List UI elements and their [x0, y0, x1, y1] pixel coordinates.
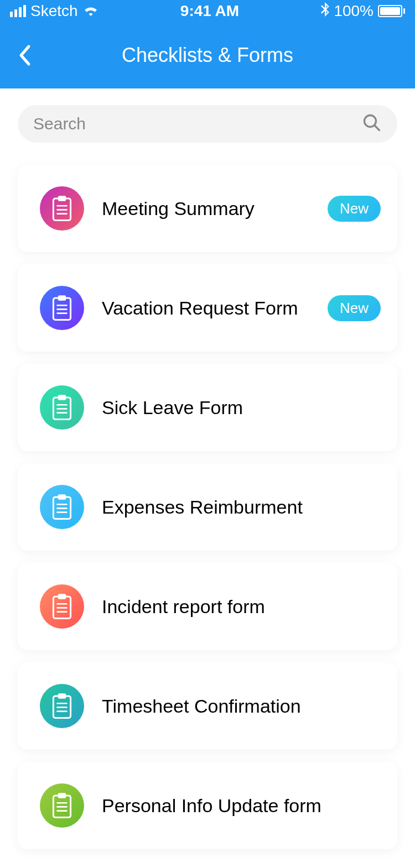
chevron-left-icon: [18, 44, 31, 66]
bluetooth-icon: [320, 2, 329, 20]
list-item[interactable]: Personal Info Update form: [18, 762, 397, 849]
svg-rect-3: [58, 196, 66, 201]
clipboard-icon: [40, 186, 84, 231]
form-list: Meeting SummaryNew Vacation Request Form…: [18, 165, 397, 849]
svg-rect-33: [58, 793, 66, 798]
list-item[interactable]: Incident report form: [18, 563, 397, 650]
search-bar[interactable]: [18, 105, 397, 143]
status-right: 100%: [320, 2, 405, 20]
status-bar: Sketch 9:41 AM 100%: [0, 0, 415, 22]
new-badge: New: [328, 295, 381, 321]
svg-rect-18: [58, 494, 66, 500]
list-item-title: Meeting Summary: [102, 198, 328, 219]
clipboard-icon: [40, 584, 84, 629]
signal-icon: [10, 5, 26, 17]
wifi-icon: [82, 2, 99, 20]
carrier-label: Sketch: [30, 2, 78, 20]
list-item[interactable]: Vacation Request FormNew: [18, 264, 397, 352]
status-left: Sketch: [10, 2, 99, 20]
list-item-title: Personal Info Update form: [102, 795, 381, 817]
clipboard-icon: [40, 286, 84, 330]
clipboard-icon: [40, 684, 84, 728]
list-item-title: Vacation Request Form: [102, 297, 328, 319]
list-item[interactable]: Meeting SummaryNew: [18, 165, 397, 252]
list-item-title: Sick Leave Form: [102, 397, 381, 419]
list-item-title: Incident report form: [102, 596, 381, 618]
content: Meeting SummaryNew Vacation Request Form…: [0, 88, 415, 849]
list-item-title: Expenses Reimburment: [102, 496, 381, 518]
battery-icon: [378, 5, 405, 17]
svg-rect-8: [58, 295, 66, 301]
list-item-title: Timesheet Confirmation: [102, 696, 381, 717]
search-input[interactable]: [33, 114, 362, 133]
svg-line-1: [375, 126, 379, 130]
svg-rect-28: [58, 693, 66, 699]
page-title: Checklists & Forms: [0, 44, 415, 67]
list-item[interactable]: Expenses Reimburment: [18, 463, 397, 551]
clipboard-icon: [40, 485, 84, 529]
back-button[interactable]: [13, 39, 35, 72]
search-icon: [362, 113, 382, 135]
new-badge: New: [328, 196, 381, 222]
header: Checklists & Forms: [0, 22, 415, 88]
clipboard-icon: [40, 783, 84, 828]
svg-rect-13: [58, 395, 66, 400]
list-item[interactable]: Timesheet Confirmation: [18, 662, 397, 750]
status-time: 9:41 AM: [180, 2, 239, 20]
svg-rect-23: [58, 594, 66, 599]
clipboard-icon: [40, 385, 84, 430]
battery-percent: 100%: [334, 2, 374, 20]
list-item[interactable]: Sick Leave Form: [18, 364, 397, 451]
